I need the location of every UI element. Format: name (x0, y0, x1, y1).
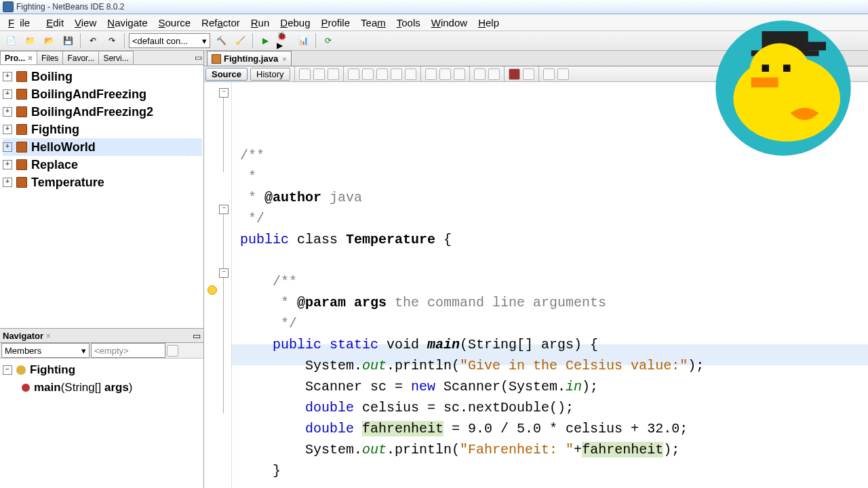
undo-button[interactable]: ↶ (85, 33, 101, 49)
tab-services[interactable]: Servi... (98, 51, 133, 64)
code-content[interactable]: /** * * @author java */ public class Tem… (240, 145, 868, 488)
expand-icon[interactable]: + (3, 89, 12, 99)
ed-btn-5[interactable] (362, 68, 374, 80)
navigator-tree[interactable]: −Fighting main(String[] args) (0, 359, 203, 488)
separator (538, 66, 539, 81)
separator (315, 33, 316, 48)
menu-source[interactable]: Source (153, 16, 197, 30)
new-project-button[interactable]: 📁 (22, 33, 38, 49)
ed-btn-8[interactable] (405, 68, 416, 80)
redo-button[interactable]: ↷ (104, 33, 120, 49)
tab-files[interactable]: Files (37, 51, 63, 64)
chevron-down-icon: ▾ (81, 346, 86, 356)
expand-icon[interactable]: + (3, 107, 12, 117)
project-node-helloworld[interactable]: +HelloWorld (3, 138, 202, 156)
project-node-temperature[interactable]: +Temperature (3, 174, 202, 191)
fold-toggle[interactable]: − (219, 205, 229, 214)
build-button[interactable]: 🔨 (213, 33, 229, 49)
svg-rect-6 (762, 64, 770, 72)
project-node-boilingandfreezing[interactable]: +BoilingAndFreezing (3, 85, 202, 103)
ed-btn-9[interactable] (425, 68, 437, 80)
menu-window[interactable]: Window (426, 16, 473, 30)
tab-favorites[interactable]: Favor... (62, 51, 99, 64)
separator (420, 66, 421, 81)
ed-btn-6[interactable] (376, 68, 388, 80)
java-project-icon (16, 177, 27, 188)
close-icon[interactable]: × (28, 54, 33, 63)
clean-build-button[interactable]: 🧹 (232, 33, 248, 49)
menu-view[interactable]: View (69, 16, 102, 30)
expand-icon[interactable]: + (3, 160, 12, 169)
hint-bulb-icon[interactable] (208, 285, 217, 295)
separator (252, 33, 253, 48)
minimize-button[interactable]: ▭ (193, 331, 201, 341)
menu-navigate[interactable]: Navigate (102, 16, 153, 30)
menu-tools[interactable]: Tools (391, 16, 426, 30)
ed-btn-record[interactable] (509, 68, 520, 80)
java-project-icon (16, 71, 27, 82)
menu-run[interactable]: Run (245, 16, 275, 30)
separator (294, 66, 295, 81)
java-project-icon (16, 159, 27, 170)
close-icon[interactable]: × (46, 331, 52, 341)
menu-edit[interactable]: Edit (41, 16, 69, 30)
filter-button[interactable] (167, 345, 178, 357)
fold-toggle[interactable]: − (219, 88, 229, 98)
menu-team[interactable]: Team (355, 16, 391, 30)
new-file-button[interactable]: 📄 (3, 33, 19, 49)
ed-btn-14[interactable] (523, 68, 534, 80)
config-select[interactable]: <default con...▾ (129, 33, 210, 48)
menu-refactor[interactable]: Refactor (196, 16, 245, 30)
run-button[interactable]: ▶ (257, 33, 273, 49)
close-icon[interactable]: × (282, 55, 286, 63)
menu-debug[interactable]: Debug (275, 16, 315, 30)
ed-btn-15[interactable] (543, 68, 555, 80)
menu-help[interactable]: Help (473, 16, 505, 30)
java-project-icon (16, 124, 27, 135)
open-button[interactable]: 📂 (41, 33, 57, 49)
ed-btn-12[interactable] (474, 68, 486, 80)
debug-button[interactable]: 🐞▶ (276, 33, 292, 49)
nav-method-node[interactable]: main(String[] args) (3, 379, 201, 396)
expand-icon[interactable]: + (3, 142, 12, 152)
ed-btn-1[interactable] (299, 68, 311, 80)
subtab-source[interactable]: Source (205, 68, 248, 81)
separator (343, 66, 344, 81)
ed-btn-11[interactable] (454, 68, 465, 80)
separator (80, 33, 81, 48)
project-node-replace[interactable]: +Replace (3, 156, 202, 174)
expand-icon[interactable]: + (3, 178, 12, 187)
nav-class-node[interactable]: −Fighting (3, 361, 201, 379)
ed-btn-4[interactable] (348, 68, 359, 80)
ed-btn-7[interactable] (391, 68, 402, 80)
projects-tree[interactable]: +Boiling +BoilingAndFreezing +BoilingAnd… (0, 65, 203, 329)
filter-select[interactable]: <empty> (91, 343, 165, 358)
editor-tab-fighting[interactable]: Fighting.java × (207, 51, 292, 66)
method-icon (22, 384, 30, 392)
expand-icon[interactable]: + (3, 72, 12, 81)
collapse-icon[interactable]: − (3, 365, 12, 375)
ed-btn-10[interactable] (439, 68, 451, 80)
gutter[interactable]: − − − (204, 82, 232, 488)
fold-toggle[interactable]: − (219, 268, 229, 278)
java-project-icon (16, 142, 27, 152)
minimize-button[interactable]: ▭ (193, 51, 204, 64)
project-panel-tabs: Pro...× Files Favor... Servi... ▭ (0, 51, 203, 65)
expand-icon[interactable]: + (3, 125, 12, 134)
project-node-fighting[interactable]: +Fighting (3, 121, 202, 138)
ed-btn-16[interactable] (557, 68, 569, 80)
subtab-history[interactable]: History (250, 68, 290, 81)
project-node-boiling[interactable]: +Boiling (3, 68, 202, 85)
project-node-boilingandfreezing2[interactable]: +BoilingAndFreezing2 (3, 103, 202, 121)
tab-projects[interactable]: Pro...× (0, 51, 37, 64)
members-select[interactable]: Members▾ (1, 343, 90, 358)
ed-btn-2[interactable] (313, 68, 325, 80)
save-all-button[interactable]: 💾 (60, 33, 76, 49)
ed-btn-3[interactable] (328, 68, 339, 80)
profile-button[interactable]: 📊 (295, 33, 311, 49)
ed-btn-13[interactable] (488, 68, 500, 80)
reload-button[interactable]: ⟳ (320, 33, 336, 49)
menu-file[interactable]: File (3, 16, 41, 30)
menu-profile[interactable]: Profile (316, 16, 356, 30)
class-icon (16, 365, 26, 375)
